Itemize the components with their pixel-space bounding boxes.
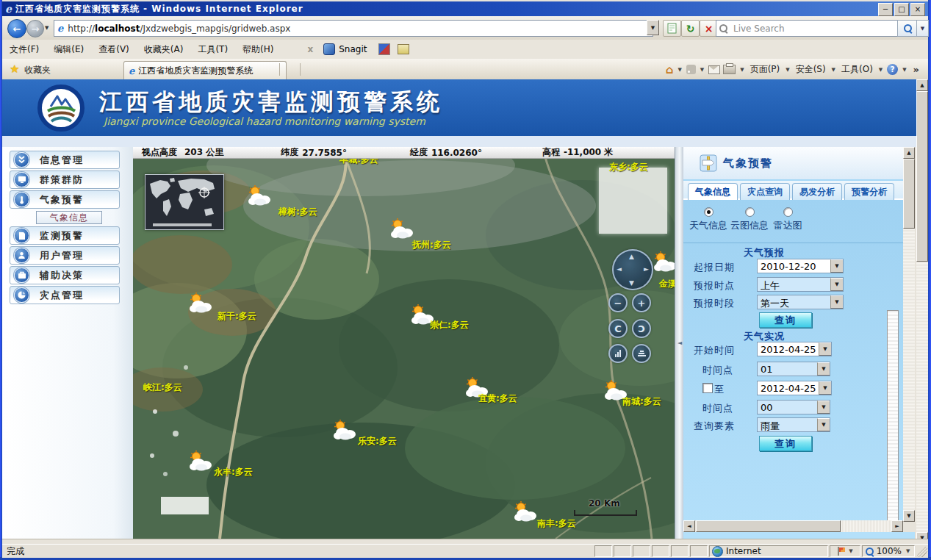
sidebar-item-monitor-warning[interactable]: 监测预警: [10, 226, 120, 245]
zoom-out-button[interactable]: −: [608, 293, 628, 312]
mail-icon[interactable]: [708, 65, 720, 74]
print-dropdown-icon[interactable]: ▼: [740, 67, 744, 73]
dropdown-arrow-icon[interactable]: ▼: [817, 418, 830, 431]
home-dropdown-icon[interactable]: ▼: [677, 67, 681, 73]
panel-scroll-left-icon[interactable]: ◄: [683, 520, 695, 532]
pan-right-icon[interactable]: ►: [644, 265, 649, 273]
address-dropdown-button[interactable]: ▼: [647, 20, 659, 35]
to-date-checkbox[interactable]: [702, 383, 713, 393]
menu-edit[interactable]: 编辑(E): [46, 41, 91, 58]
forecast-query-button[interactable]: 查询: [759, 312, 812, 328]
compatibility-view-button[interactable]: [663, 20, 681, 37]
dropdown-arrow-icon[interactable]: ▼: [830, 259, 843, 273]
start-hour-select[interactable]: 01 ▼: [757, 362, 830, 376]
tab-warning-analysis[interactable]: 预警分析: [844, 183, 894, 201]
help-icon[interactable]: ?: [887, 64, 898, 75]
minimize-button[interactable]: ─: [878, 3, 893, 16]
start-date-select[interactable]: 2012-04-25 ▼: [757, 342, 832, 356]
restore-button[interactable]: □: [894, 3, 909, 16]
back-button[interactable]: ←: [7, 19, 26, 38]
panel-hscrollbar-thumb[interactable]: [696, 520, 841, 532]
protected-dropdown-icon[interactable]: ▼: [849, 548, 852, 554]
snagit-profile-icon[interactable]: [398, 44, 409, 54]
menu-help[interactable]: 帮助(H): [235, 41, 281, 58]
radio-icon[interactable]: [783, 207, 793, 217]
tab-hazard-query[interactable]: 灾点查询: [740, 183, 790, 201]
collapsed-list-strip[interactable]: [887, 310, 899, 532]
overflow-chevron-icon[interactable]: »: [913, 64, 919, 75]
sidebar-item-info-management[interactable]: 信息管理: [10, 151, 120, 169]
favorites-label[interactable]: 收藏夹: [24, 64, 51, 76]
sidebar-item-decision-support[interactable]: 辅助决策: [10, 266, 120, 284]
panel-scroll-up-icon[interactable]: ▲: [903, 147, 915, 159]
safety-menu-button[interactable]: 安全(S): [794, 62, 827, 77]
history-dropdown-icon[interactable]: ▼: [45, 25, 48, 31]
pan-up-icon[interactable]: ▲: [629, 253, 634, 260]
query-element-select[interactable]: 雨量 ▼: [757, 417, 830, 432]
rss-feed-icon[interactable]: [686, 65, 696, 74]
menu-tools[interactable]: 工具(T): [190, 41, 235, 58]
snagit-label[interactable]: Snagit: [339, 44, 367, 54]
world-overview-map[interactable]: [145, 174, 224, 230]
favorites-star-icon[interactable]: ★: [10, 62, 19, 76]
pan-down-icon[interactable]: ▼: [629, 279, 634, 287]
zoom-in-button[interactable]: +: [632, 293, 651, 312]
search-options-dropdown[interactable]: ▼: [916, 20, 929, 37]
feed-dropdown-icon[interactable]: ▼: [700, 67, 704, 73]
page-menu-button[interactable]: 页面(P): [749, 62, 782, 77]
sidebar-subitem-weather-info[interactable]: 气象信息: [36, 211, 102, 224]
pan-compass-control[interactable]: ▲ ▼ ◄ ►: [612, 249, 653, 290]
rotate-cw-button[interactable]: C: [632, 319, 651, 338]
menu-file[interactable]: 文件(F): [2, 41, 46, 58]
tools-menu-button[interactable]: 工具(O): [840, 62, 874, 77]
menu-favorites[interactable]: 收藏夹(A): [137, 41, 191, 58]
tilt-up-button[interactable]: [608, 344, 628, 363]
toolbar-close-icon[interactable]: x: [307, 44, 313, 54]
safety-dropdown-icon[interactable]: ▼: [832, 67, 835, 73]
snagit-capture-icon[interactable]: [378, 43, 390, 55]
radio-icon[interactable]: [745, 207, 755, 217]
sidebar-item-group-prevention[interactable]: 群策群防: [10, 170, 120, 189]
radio-icon[interactable]: [704, 207, 713, 217]
forward-button[interactable]: →: [26, 20, 44, 37]
rotate-ccw-button[interactable]: C: [608, 319, 628, 338]
page-scroll-up-icon[interactable]: ▲: [916, 79, 928, 91]
end-hour-select[interactable]: 00 ▼: [757, 400, 830, 414]
dropdown-arrow-icon[interactable]: ▼: [817, 401, 830, 414]
menu-view[interactable]: 查看(V): [91, 41, 137, 58]
splitter-handle-icon[interactable]: ◄: [677, 340, 682, 346]
dropdown-arrow-icon[interactable]: ▼: [830, 295, 843, 309]
dropdown-arrow-icon[interactable]: ▼: [830, 278, 843, 291]
help-dropdown-icon[interactable]: ▼: [902, 67, 906, 73]
tab-susceptibility-analysis[interactable]: 易发分析: [792, 183, 842, 201]
tilt-down-button[interactable]: [632, 344, 651, 363]
sidebar-item-weather-warning[interactable]: 气象预警: [10, 190, 120, 209]
pan-left-icon[interactable]: ◄: [617, 265, 622, 273]
panel-scroll-right-icon[interactable]: ►: [891, 520, 903, 532]
sidebar-item-user-management[interactable]: 用户管理: [10, 246, 120, 265]
search-input[interactable]: Live Search: [716, 20, 904, 37]
close-button[interactable]: ×: [910, 3, 925, 16]
page-tab[interactable]: e 江西省地质灾害监测预警系统: [123, 61, 287, 80]
search-go-button[interactable]: [897, 20, 918, 37]
title-bar[interactable]: e 江西省地质灾害监测预警系统 - Windows Internet Explo…: [2, 1, 928, 16]
zoom-dropdown-icon[interactable]: ▼: [906, 548, 910, 554]
radio-weather-info[interactable]: 天气信息: [688, 207, 729, 232]
tab-weather-info[interactable]: 气象信息: [688, 183, 738, 201]
page-scrollbar-thumb[interactable]: [916, 91, 928, 262]
refresh-button[interactable]: ↻: [681, 20, 700, 37]
forecast-time-select[interactable]: 上午 ▼: [757, 277, 844, 292]
radio-radar-image[interactable]: 雷达图: [770, 207, 805, 232]
zoom-pane[interactable]: 100% ▼: [862, 545, 915, 557]
snagit-icon[interactable]: [323, 43, 335, 55]
print-icon[interactable]: [723, 65, 736, 74]
url-input[interactable]: e http://localhost/Jxdzwebgis_mapgis/gri…: [54, 20, 653, 37]
tools-dropdown-icon[interactable]: ▼: [879, 67, 883, 73]
actual-query-button[interactable]: 查询: [759, 436, 812, 451]
dropdown-arrow-icon[interactable]: ▼: [819, 342, 831, 356]
dropdown-arrow-icon[interactable]: ▼: [817, 362, 830, 376]
panel-scrollbar-thumb[interactable]: [903, 159, 915, 229]
resize-grip[interactable]: [917, 547, 927, 557]
forecast-period-select[interactable]: 第一天 ▼: [757, 295, 844, 309]
page-dropdown-icon[interactable]: ▼: [786, 67, 789, 73]
